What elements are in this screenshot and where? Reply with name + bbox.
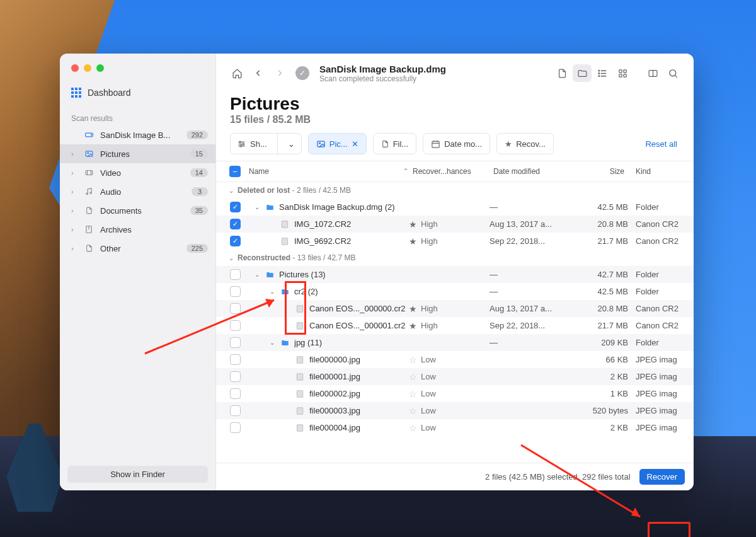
view-folder-button[interactable] xyxy=(573,64,592,82)
table-row[interactable]: file000004.jpg☆Low2 KBJPEG imag xyxy=(216,419,694,436)
star-icon: ☆ xyxy=(409,406,417,416)
cell-size: 2 KB xyxy=(566,372,628,381)
table-row[interactable]: ✓IMG_1072.CR2★HighAug 13, 2017 a...20.8 … xyxy=(216,216,694,233)
cell-recovery: ★High xyxy=(409,304,490,314)
count-badge: 14 xyxy=(190,168,208,177)
row-checkbox[interactable] xyxy=(230,269,241,280)
show-in-finder-button[interactable]: Show in Finder xyxy=(67,466,208,483)
group-header[interactable]: ⌄Deleted or lost - 2 files / 42.5 MB xyxy=(216,182,694,199)
file-thumb-icon xyxy=(294,321,306,331)
recover-button[interactable]: Recover xyxy=(639,469,685,485)
col-kind[interactable]: Kind xyxy=(628,167,686,176)
search-button[interactable] xyxy=(663,64,682,82)
group-header[interactable]: ⌄Reconstructed - 13 files / 42.7 MB xyxy=(216,250,694,266)
svg-point-30 xyxy=(240,145,242,147)
col-size[interactable]: Size xyxy=(566,167,628,176)
filter-show[interactable]: Sh... ⌄ xyxy=(230,133,302,154)
fullscreen-window-button[interactable] xyxy=(96,64,104,72)
col-date[interactable]: Date modified xyxy=(490,167,566,176)
row-checkbox[interactable]: ✓ xyxy=(230,219,241,229)
cell-date: Aug 13, 2017 a... xyxy=(490,304,566,313)
minimize-window-button[interactable] xyxy=(84,64,91,72)
row-checkbox[interactable]: ✓ xyxy=(230,236,241,246)
disk-icon xyxy=(83,130,94,140)
file-name: cr2 (2) xyxy=(294,287,318,296)
view-grid-button[interactable] xyxy=(613,64,632,82)
chevron-down-icon[interactable]: ⌄ xyxy=(269,288,275,295)
svg-rect-42 xyxy=(297,373,302,380)
table-row[interactable]: ⌄cr2 (2)—42.5 MBFolder xyxy=(216,283,694,300)
sidebar-item-video[interactable]: ›Video14 xyxy=(60,163,215,182)
sidebar-item-pictures[interactable]: ›Pictures15 xyxy=(60,144,215,163)
chevron-down-icon[interactable]: ⌄ xyxy=(254,204,260,211)
home-button[interactable] xyxy=(227,64,246,82)
source-subtitle: Scan completed successfully xyxy=(319,74,545,83)
svg-rect-38 xyxy=(282,238,287,245)
row-checkbox[interactable] xyxy=(230,371,241,382)
table-row[interactable]: Canon EOS..._000000.cr2★HighAug 13, 2017… xyxy=(216,300,694,317)
table-row[interactable]: file000001.jpg☆Low2 KBJPEG imag xyxy=(216,368,694,385)
row-checkbox[interactable] xyxy=(230,303,241,314)
col-recovery[interactable]: Recover...hances xyxy=(409,167,490,176)
svg-rect-33 xyxy=(432,141,439,147)
sidebar-item-documents[interactable]: ›Documents35 xyxy=(60,201,215,220)
table-row[interactable]: ✓⌄SanDisk Image Backup.dmg (2)—42.5 MBFo… xyxy=(216,199,694,216)
clear-filter-icon[interactable]: ✕ xyxy=(352,139,358,149)
file-thumb-icon xyxy=(279,219,290,229)
sidebar-item-other[interactable]: ›Other225 xyxy=(60,239,215,258)
cell-size: 21.7 MB xyxy=(566,236,628,246)
row-checkbox[interactable] xyxy=(230,422,241,433)
audio-icon xyxy=(83,187,94,197)
row-checkbox[interactable] xyxy=(230,405,241,416)
view-file-button[interactable] xyxy=(553,64,571,82)
back-button[interactable] xyxy=(249,64,268,82)
cell-kind: Canon CR2 xyxy=(628,219,686,229)
sidebar-item-sandisk-image-b-[interactable]: SanDisk Image B...292 xyxy=(60,125,215,144)
table-row[interactable]: ⌄Pictures (13)—42.7 MBFolder xyxy=(216,266,694,283)
table-row[interactable]: Canon EOS..._000001.cr2★HighSep 22, 2018… xyxy=(216,317,694,334)
table-row[interactable]: ✓IMG_9692.CR2★HighSep 22, 2018...21.7 MB… xyxy=(216,233,694,250)
sidebar-item-label: Video xyxy=(100,168,185,178)
reset-filters-button[interactable]: Reset all xyxy=(643,139,680,149)
cell-recovery: ☆Low xyxy=(409,355,490,365)
dashboard-link[interactable]: Dashboard xyxy=(60,81,215,105)
forward-button[interactable] xyxy=(270,64,289,82)
chevron-down-icon[interactable]: ⌄ xyxy=(254,271,260,278)
col-name[interactable]: Name xyxy=(246,167,403,176)
table-row[interactable]: ⌄jpg (11)—209 KBFolder xyxy=(216,334,694,351)
select-all-checkbox[interactable]: − xyxy=(229,166,241,177)
filter-date[interactable]: Date mo... xyxy=(423,133,490,154)
table-row[interactable]: file000002.jpg☆Low1 KBJPEG imag xyxy=(216,385,694,402)
cell-date: — xyxy=(490,338,566,347)
filter-file[interactable]: Fil... xyxy=(373,133,417,154)
sliders-icon xyxy=(237,139,246,149)
view-list-button[interactable] xyxy=(593,64,612,82)
sidebar-item-archives[interactable]: ›Archives xyxy=(60,220,215,239)
row-checkbox[interactable] xyxy=(230,354,241,365)
row-checkbox[interactable] xyxy=(230,337,241,348)
chevron-down-icon[interactable]: ⌄ xyxy=(269,339,275,346)
table-row[interactable]: file000003.jpg☆Low520 bytesJPEG imag xyxy=(216,402,694,419)
cell-kind: Canon CR2 xyxy=(628,304,686,313)
row-checkbox[interactable] xyxy=(230,286,241,297)
table-row[interactable]: file000000.jpg☆Low66 KBJPEG imag xyxy=(216,351,694,368)
row-checkbox[interactable]: ✓ xyxy=(230,202,241,212)
star-icon: ☆ xyxy=(409,372,417,382)
doc-icon xyxy=(83,205,94,216)
cell-size: 209 KB xyxy=(566,338,628,347)
cell-kind: JPEG imag xyxy=(628,423,686,432)
toggle-panel-button[interactable] xyxy=(643,64,662,82)
svg-rect-41 xyxy=(297,356,302,363)
filter-recovery[interactable]: ★ Recov... xyxy=(496,133,554,154)
close-window-button[interactable] xyxy=(71,64,79,72)
sidebar-item-audio[interactable]: ›Audio3 xyxy=(60,182,215,201)
svg-rect-37 xyxy=(282,221,287,228)
file-name: IMG_1072.CR2 xyxy=(294,219,351,229)
cell-size: 42.5 MB xyxy=(566,287,628,296)
cell-date: — xyxy=(490,287,566,296)
file-name: Pictures (13) xyxy=(279,270,326,279)
row-checkbox[interactable] xyxy=(230,320,241,331)
chevron-right-icon: › xyxy=(71,150,77,158)
filter-pictures[interactable]: Pic... ✕ xyxy=(308,133,367,154)
row-checkbox[interactable] xyxy=(230,388,241,399)
